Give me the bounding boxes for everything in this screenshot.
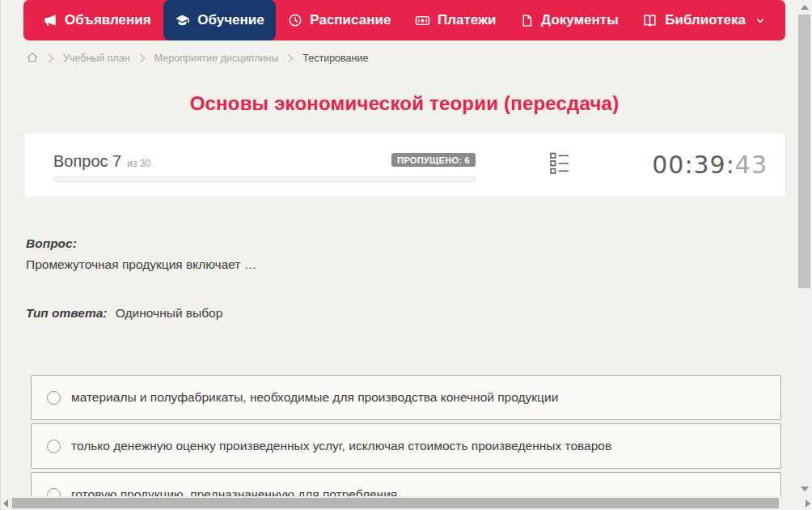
breadcrumb-item-curriculum[interactable]: Учебный план <box>63 53 130 64</box>
nav-tab-label: Объявления <box>65 12 151 28</box>
question-list-icon <box>550 164 569 178</box>
banknote-icon <box>415 13 430 28</box>
question-number: Вопрос 7 <box>53 152 121 171</box>
timer: 00:39:43 <box>652 151 768 179</box>
answer-option-text: материалы и полуфабрикаты, необходимые д… <box>71 390 558 405</box>
answer-options: материалы и полуфабрикаты, необходимые д… <box>31 375 781 510</box>
nav-tab-documents[interactable]: Документы <box>509 0 630 40</box>
question-progress-block: Вопрос 7 из 30 ПРОПУЩЕНО: 6 <box>53 152 476 182</box>
answer-option-1[interactable]: материалы и полуфабрикаты, необходимые д… <box>31 375 781 420</box>
chevron-right-icon <box>139 53 146 63</box>
question-header-panel: Вопрос 7 из 30 ПРОПУЩЕНО: 6 00:39:43 <box>25 134 785 197</box>
book-icon <box>642 13 658 28</box>
skipped-badge: ПРОПУЩЕНО: 6 <box>391 153 476 167</box>
horizontal-scrollbar-thumb[interactable] <box>12 498 779 508</box>
answer-type-value: Одиночный выбор <box>116 306 223 320</box>
graduation-cap-icon <box>175 13 190 28</box>
scroll-up-arrow-icon[interactable] <box>801 5 809 10</box>
answer-type-line: Тип ответа: Одиночный выбор <box>26 306 222 321</box>
nav-tab-label: Обучение <box>197 12 264 28</box>
answer-option-2[interactable]: только денежную оценку произведенных усл… <box>31 423 781 469</box>
question-list-button[interactable] <box>547 149 573 182</box>
question-label: Вопрос: <box>26 236 77 251</box>
megaphone-icon <box>43 13 57 28</box>
breadcrumb-item-testing: Тестирование <box>302 53 368 64</box>
chevron-right-icon <box>287 53 294 63</box>
chevron-right-icon <box>48 53 54 63</box>
page-title: Основы экономической теории (пересдача) <box>23 92 785 115</box>
vertical-scrollbar[interactable] <box>797 0 812 496</box>
timer-hours-minutes: 00:39: <box>652 151 735 179</box>
horizontal-scrollbar[interactable] <box>1 496 812 510</box>
timer-seconds: 43 <box>735 151 768 179</box>
nav-tab-label: Расписание <box>310 12 391 28</box>
app-viewport: Объявления Обучение Расписание Платежи Д… <box>0 0 812 510</box>
answer-type-label: Тип ответа: <box>26 306 108 320</box>
scroll-left-arrow-icon[interactable] <box>3 499 8 508</box>
nav-tab-label: Платежи <box>438 12 497 28</box>
question-text: Промежуточная продукция включает … <box>26 257 256 272</box>
radio-button[interactable] <box>47 440 61 453</box>
vertical-scrollbar-thumb[interactable] <box>798 15 810 288</box>
nav-tab-label: Библиотека <box>665 12 746 28</box>
radio-button[interactable] <box>47 391 61 405</box>
nav-tab-learning[interactable]: Обучение <box>163 0 275 40</box>
document-icon <box>520 14 534 28</box>
home-icon[interactable] <box>26 51 39 66</box>
nav-tab-payments[interactable]: Платежи <box>404 0 508 40</box>
scroll-down-arrow-icon[interactable] <box>801 487 809 491</box>
nav-tab-announcements[interactable]: Объявления <box>32 0 163 40</box>
answer-option-text: только денежную оценку произведенных усл… <box>71 439 611 453</box>
nav-tab-library[interactable]: Библиотека <box>631 0 777 40</box>
scroll-right-arrow-icon[interactable] <box>806 499 810 508</box>
breadcrumb: Учебный план Мероприятие дисциплины Тест… <box>26 50 368 66</box>
main-navbar: Объявления Обучение Расписание Платежи Д… <box>23 0 785 40</box>
nav-tab-schedule[interactable]: Расписание <box>277 0 402 40</box>
chevron-down-icon <box>755 15 766 26</box>
question-total: из 30 <box>127 158 150 169</box>
breadcrumb-item-discipline-event[interactable]: Мероприятие дисциплины <box>154 53 279 64</box>
nav-tab-label: Документы <box>541 12 619 28</box>
progress-bar <box>53 176 476 182</box>
clock-icon <box>288 13 302 28</box>
